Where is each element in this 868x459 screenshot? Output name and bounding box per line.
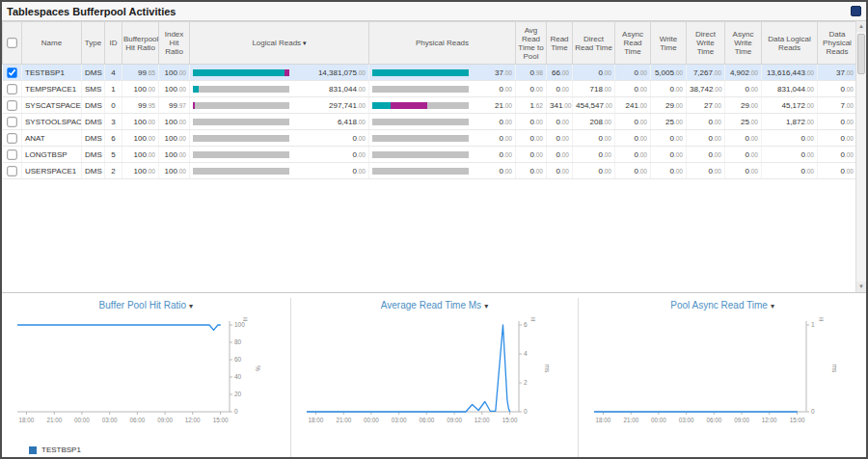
physical_reads-bar <box>372 69 469 76</box>
column-header-name[interactable]: Name <box>22 22 82 65</box>
chart-title-dropdown[interactable]: Pool Async Read Time▾ <box>579 300 866 314</box>
cell-bufferpool_hit_ratio: 100.00 <box>122 147 159 163</box>
table-row[interactable]: TESTBSP1DMS499.65100.0014,381,075.0037.0… <box>3 65 857 81</box>
cell-direct_write_time: 0.00 <box>687 147 725 163</box>
scroll-down-icon[interactable]: ▼ <box>856 282 866 292</box>
svg-text:0: 0 <box>524 408 528 415</box>
cell-data_physical_reads: 0.00 <box>818 81 857 97</box>
cell-index_hit_ratio: 100.00 <box>159 114 190 130</box>
row-checkbox[interactable] <box>7 133 16 143</box>
scrollbar-thumb[interactable] <box>857 34 865 74</box>
physical_reads-bar <box>372 168 469 175</box>
cell-bufferpool_hit_ratio: 100.00 <box>122 163 159 179</box>
row-checkbox[interactable] <box>7 68 16 77</box>
column-header-async_read_time[interactable]: Async Read Time <box>615 22 651 65</box>
cell-write_time: 0.00 <box>651 81 687 97</box>
table-row[interactable]: SYSCATSPACEDMS099.9599.97297,741.0021.00… <box>3 97 857 114</box>
row-checkbox[interactable] <box>7 166 16 176</box>
cell-logical_reads: 14,381,075.00 <box>190 65 369 81</box>
column-header-index_hit_ratio[interactable]: Index Hit Ratio <box>159 22 190 65</box>
cell-data_physical_reads: 37.00 <box>818 65 857 81</box>
column-header-logical_reads[interactable]: Logical Reads▾ <box>190 22 369 65</box>
cell-type: DMS <box>82 114 105 130</box>
physical_reads-bar <box>372 119 469 125</box>
svg-text:40: 40 <box>234 373 242 380</box>
cell-direct_read_time: 0.00 <box>573 130 615 147</box>
column-header-data_logical_reads[interactable]: Data Logical Reads <box>762 22 818 65</box>
svg-text:80: 80 <box>234 338 242 345</box>
select-all-checkbox[interactable] <box>3 22 22 65</box>
row-checkbox[interactable] <box>7 84 16 94</box>
svg-text:0: 0 <box>234 408 238 415</box>
table-row[interactable]: ANATDMS6100.00100.000.000.000.000.000.00… <box>3 130 857 147</box>
column-header-type[interactable]: Type <box>82 22 105 65</box>
table-row[interactable]: SYSTOOLSPACEDMS3100.00100.006,418.000.00… <box>3 114 857 130</box>
column-header-async_write_time[interactable]: Async Write Time <box>725 22 762 65</box>
physical_reads-bar <box>372 151 469 158</box>
column-header-bufferpool_hit_ratio[interactable]: Bufferpool Hit Ratio <box>122 22 159 65</box>
column-header-direct_write_time[interactable]: Direct Write Time <box>687 22 725 65</box>
cell-data_physical_reads: 0.00 <box>818 114 857 130</box>
cell-id: 2 <box>105 163 122 179</box>
svg-text:15:00: 15:00 <box>790 417 805 423</box>
scroll-up-icon[interactable]: ▲ <box>856 21 866 32</box>
svg-text:00:00: 00:00 <box>651 417 666 423</box>
header-checkbox[interactable] <box>7 38 16 47</box>
table-row[interactable]: USERSPACE1DMS2100.00100.000.000.000.000.… <box>3 163 857 179</box>
cell-write_time: 5,005.00 <box>651 65 687 81</box>
svg-text:2: 2 <box>524 379 528 386</box>
svg-text:1: 1 <box>811 321 815 328</box>
physical_reads-bar <box>372 102 469 109</box>
row-checkbox[interactable] <box>7 117 16 126</box>
svg-text:03:00: 03:00 <box>679 417 694 423</box>
column-header-data_physical_reads[interactable]: Data Physical Reads <box>818 22 857 65</box>
tablespaces-table: NameTypeIDBufferpool Hit RatioIndex Hit … <box>2 21 857 179</box>
cell-logical_reads: 0.00 <box>190 130 369 147</box>
cell-write_time: 0.00 <box>651 130 687 147</box>
table-scrollbar[interactable]: ▲ ▼ <box>855 21 866 292</box>
cell-logical_reads: 297,741.00 <box>190 97 369 114</box>
column-header-direct_read_time[interactable]: Direct Read Time <box>573 22 615 65</box>
cell-data_logical_reads: 0.00 <box>762 130 818 147</box>
column-header-id[interactable]: ID <box>105 22 122 65</box>
cell-direct_read_time: 0.00 <box>573 65 615 81</box>
cell-data_logical_reads: 13,616,443.00 <box>762 65 818 81</box>
table-row[interactable]: TEMPSPACE1SMS1100.00100.00831,044.000.00… <box>3 81 857 97</box>
cell-id: 0 <box>105 97 122 114</box>
cell-physical_reads: 0.00 <box>369 114 516 130</box>
row-checkbox[interactable] <box>7 149 16 159</box>
chart-title-dropdown[interactable]: Buffer Pool Hit Ratio▾ <box>2 300 290 314</box>
column-header-write_time[interactable]: Write Time <box>651 22 687 65</box>
cell-write_time: 29.00 <box>651 97 687 114</box>
svg-text:6: 6 <box>524 321 528 328</box>
cell-read_time: 0.00 <box>547 81 573 97</box>
chart-panel-average-read-time: Average Read Time Ms▾ ≡ 0246ms18:0021:00… <box>290 298 579 457</box>
row-checkbox[interactable] <box>7 100 16 110</box>
tablespaces-widget: Tablespaces Bufferpool Activities NameTy… <box>0 0 868 459</box>
cell-read_time: 0.00 <box>547 163 573 179</box>
cell-index_hit_ratio: 99.97 <box>159 97 190 114</box>
svg-text:12:00: 12:00 <box>474 417 489 423</box>
cell-avg_read_time_to_pool: 0.00 <box>516 163 547 179</box>
svg-text:15:00: 15:00 <box>213 417 229 423</box>
chart-box: ≡ 0246ms18:0021:0000:0003:0006:0009:0012… <box>291 317 579 427</box>
column-header-avg_read_time_to_pool[interactable]: Avg Read Time to Pool <box>516 22 547 65</box>
cell-direct_write_time: 27.00 <box>687 97 725 114</box>
svg-text:ms: ms <box>831 364 838 373</box>
cell-direct_write_time: 0.00 <box>687 114 725 130</box>
column-header-read_time[interactable]: Read Time <box>547 22 573 65</box>
chart-menu-icon[interactable]: ≡ <box>530 315 535 324</box>
chart-title-label: Pool Async Read Time <box>670 300 768 310</box>
chart-menu-icon[interactable]: ≡ <box>819 315 824 324</box>
table-row[interactable]: LONGTBSPDMS5100.00100.000.000.000.000.00… <box>3 147 857 163</box>
chart-title-dropdown[interactable]: Average Read Time Ms▾ <box>291 300 579 314</box>
column-header-physical_reads[interactable]: Physical Reads <box>369 22 516 65</box>
window-control-icon[interactable] <box>851 6 861 16</box>
svg-text:4: 4 <box>524 350 528 357</box>
cell-index_hit_ratio: 100.00 <box>159 147 190 163</box>
scrollbar-track[interactable] <box>856 32 866 254</box>
cell-data_physical_reads: 0.00 <box>818 163 857 179</box>
svg-text:09:00: 09:00 <box>447 417 462 423</box>
svg-text:12:00: 12:00 <box>762 417 777 423</box>
chart-menu-icon[interactable]: ≡ <box>242 315 247 324</box>
